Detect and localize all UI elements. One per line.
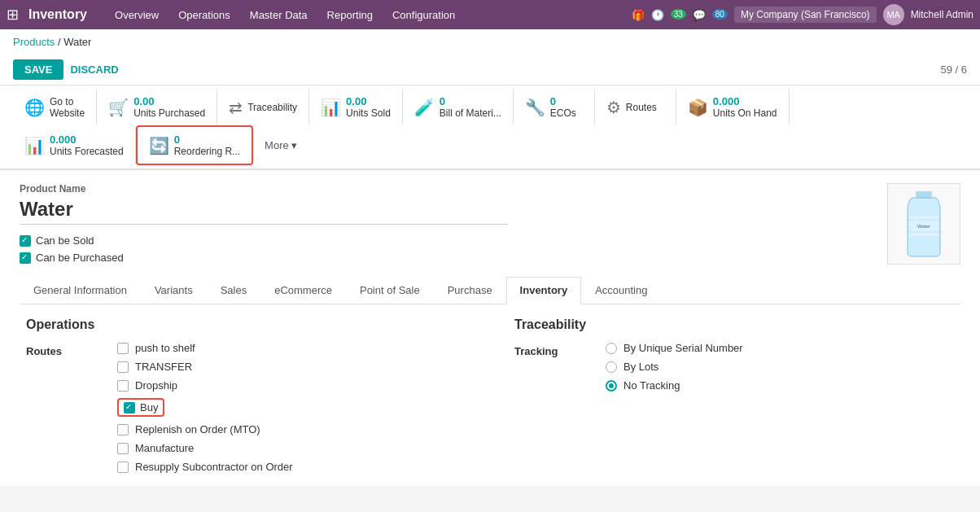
gift-icon[interactable]: 🎁: [632, 9, 645, 21]
units-sold-btn[interactable]: 📊 0.00 Units Sold: [309, 89, 403, 125]
save-button[interactable]: SAVE: [13, 59, 63, 80]
units-purchased-btn[interactable]: 🛒 0.00 Units Purchased: [97, 89, 217, 125]
reordering-label: Reordering R...: [174, 146, 240, 157]
breadcrumb-parent[interactable]: Products: [13, 36, 55, 48]
nav-configuration[interactable]: Configuration: [384, 6, 463, 24]
tracking-no-radio[interactable]: [606, 380, 617, 392]
more-btn[interactable]: More ▾: [253, 133, 308, 158]
tracking-no-label: No Tracking: [623, 379, 680, 392]
route-buy-checkbox[interactable]: [124, 402, 135, 414]
product-name[interactable]: Water: [20, 198, 508, 225]
route-buy-label: Buy: [140, 401, 158, 414]
tab-purchase[interactable]: Purchase: [434, 277, 506, 304]
tab-variants[interactable]: Variants: [141, 277, 207, 304]
route-replenish-mto-label: Replenish on Order (MTO): [135, 423, 260, 435]
forecasted-btn[interactable]: 📊 0.000 Units Forecasted: [13, 127, 136, 164]
chat-icon[interactable]: 💬: [693, 9, 706, 21]
route-transfer-label: TRANSFER: [135, 361, 192, 373]
globe-icon: 🌐: [24, 98, 45, 117]
route-transfer-checkbox[interactable]: [117, 361, 129, 373]
tab-pos[interactable]: Point of Sale: [346, 277, 434, 304]
routes-list: push to shelf TRANSFER Dropship Buy: [117, 342, 293, 473]
routes-btn[interactable]: ⚙ Routes: [595, 89, 676, 125]
can-be-sold-row: Can be Sold: [20, 234, 874, 247]
app-title: Inventory: [28, 7, 87, 22]
units-purchased-value: 0.00: [133, 95, 205, 107]
nav-master-data[interactable]: Master Data: [242, 6, 316, 24]
tracking-field-label: Tracking: [514, 345, 580, 357]
forecast-icon: 📊: [24, 136, 45, 155]
go-to-website-btn[interactable]: 🌐 Go toWebsite: [13, 89, 97, 125]
units-purchased-label: Units Purchased: [133, 107, 205, 119]
tab-inventory[interactable]: Inventory: [506, 277, 582, 304]
product-image-svg: Water: [899, 187, 948, 260]
route-resupply: Resupply Subcontractor on Order: [117, 461, 293, 473]
wrench-icon: 🔧: [525, 98, 545, 117]
go-to-website-label: Go toWebsite: [50, 96, 85, 119]
traceability-btn[interactable]: ⇄ Traceability: [217, 89, 309, 125]
smart-buttons: 🌐 Go toWebsite 🛒 0.00 Units Purchased ⇄ …: [0, 85, 980, 170]
notification-badge-2[interactable]: 80: [712, 9, 728, 20]
reordering-btn[interactable]: 🔄 0 Reordering R...: [136, 125, 253, 165]
route-resupply-checkbox[interactable]: [117, 462, 129, 473]
tracking-serial-radio[interactable]: [606, 343, 617, 354]
route-manufacture-checkbox[interactable]: [117, 443, 129, 454]
can-be-sold-checkbox[interactable]: [20, 235, 31, 247]
discard-button[interactable]: DISCARD: [70, 63, 118, 76]
route-push-to-shelf-checkbox[interactable]: [117, 343, 129, 354]
svg-rect-0: [916, 191, 932, 198]
nav-reporting[interactable]: Reporting: [319, 6, 381, 24]
main-content: Product Name Water Can be Sold Can be Pu…: [0, 170, 980, 486]
inventory-tab-content: Operations Routes push to shelf TRANSFER: [20, 317, 960, 473]
company-selector[interactable]: My Company (San Francisco): [734, 7, 877, 23]
traceability-body: Tracking By Unique Serial Number By Lots…: [514, 342, 954, 392]
notification-badge-1[interactable]: 33: [671, 9, 686, 20]
routes-label: Routes: [626, 102, 657, 113]
tab-accounting[interactable]: Accounting: [581, 277, 661, 304]
ecos-label: ECOs: [550, 107, 576, 119]
can-be-purchased-checkbox[interactable]: [20, 252, 31, 264]
bom-btn[interactable]: 🧪 0 Bill of Materi...: [403, 89, 514, 125]
forecasted-label: Units Forecasted: [50, 146, 124, 157]
tab-general[interactable]: General Information: [20, 277, 141, 304]
ecos-btn[interactable]: 🔧 0 ECOs: [514, 89, 595, 125]
units-on-hand-value: 0.000: [713, 95, 777, 107]
can-be-purchased-label: Can be Purchased: [36, 252, 124, 264]
routes-field-label: Routes: [26, 345, 91, 357]
traceability-title: Traceability: [514, 317, 954, 332]
reordering-value: 0: [174, 133, 240, 146]
units-on-hand-label: Units On Hand: [713, 107, 777, 119]
clock-icon[interactable]: 🕐: [651, 9, 664, 21]
tracking-lots-radio[interactable]: [606, 361, 617, 373]
units-on-hand-btn[interactable]: 📦 0.000 Units On Hand: [676, 89, 790, 125]
bom-label: Bill of Materi...: [440, 107, 501, 119]
nav-overview[interactable]: Overview: [107, 6, 167, 24]
user-avatar[interactable]: MA: [883, 4, 904, 25]
reorder-icon: 🔄: [149, 136, 169, 155]
tab-sales[interactable]: Sales: [207, 277, 261, 304]
box-icon: 📦: [688, 98, 708, 117]
top-navigation: ⊞ Inventory Overview Operations Master D…: [0, 0, 980, 29]
product-tabs: General Information Variants Sales eComm…: [20, 277, 960, 304]
route-replenish-mto: Replenish on Order (MTO): [117, 423, 293, 435]
ecos-value: 0: [550, 95, 576, 107]
operations-body: Routes push to shelf TRANSFER Dropship: [26, 342, 466, 473]
tab-ecommerce[interactable]: eCommerce: [260, 277, 346, 304]
app-grid-icon[interactable]: ⊞: [7, 6, 19, 24]
tracking-no: No Tracking: [606, 379, 743, 392]
nav-operations[interactable]: Operations: [170, 6, 238, 24]
product-image[interactable]: Water: [887, 183, 960, 265]
product-name-label: Product Name: [20, 183, 874, 195]
chart-icon: 📊: [321, 98, 341, 117]
route-dropship-checkbox[interactable]: [117, 380, 129, 392]
route-manufacture: Manufacture: [117, 442, 293, 454]
svg-text:Water: Water: [917, 224, 930, 229]
units-sold-value: 0.00: [346, 95, 391, 107]
route-replenish-mto-checkbox[interactable]: [117, 424, 129, 435]
product-checkboxes: Can be Sold Can be Purchased: [20, 234, 874, 264]
route-transfer: TRANSFER: [117, 361, 293, 373]
flask-icon: 🧪: [414, 98, 435, 117]
record-nav: 59 / 6: [940, 63, 967, 76]
route-push-to-shelf: push to shelf: [117, 342, 293, 354]
forecasted-value: 0.000: [50, 133, 124, 146]
